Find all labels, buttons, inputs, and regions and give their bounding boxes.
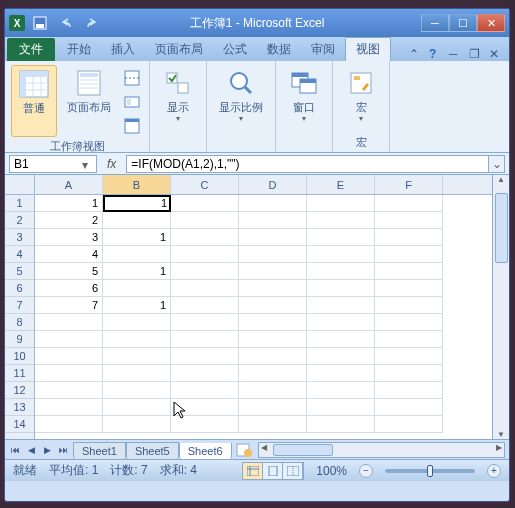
cell[interactable] xyxy=(375,399,443,416)
fx-icon[interactable]: fx xyxy=(107,157,116,171)
cell[interactable] xyxy=(171,365,239,382)
cell[interactable] xyxy=(103,416,171,433)
cell[interactable] xyxy=(35,382,103,399)
cell[interactable] xyxy=(239,263,307,280)
file-tab[interactable]: 文件 xyxy=(7,38,55,61)
cell[interactable] xyxy=(103,382,171,399)
close-button[interactable]: ✕ xyxy=(477,14,505,32)
row-header[interactable]: 13 xyxy=(5,399,34,416)
cell[interactable] xyxy=(171,416,239,433)
cell[interactable] xyxy=(171,263,239,280)
cell[interactable] xyxy=(307,348,375,365)
cell[interactable] xyxy=(171,399,239,416)
row-header[interactable]: 3 xyxy=(5,229,34,246)
cell[interactable] xyxy=(307,246,375,263)
column-header[interactable]: B xyxy=(103,175,171,194)
cell[interactable] xyxy=(375,314,443,331)
tab-home[interactable]: 开始 xyxy=(57,38,101,61)
tab-data[interactable]: 数据 xyxy=(257,38,301,61)
qat-save-icon[interactable] xyxy=(29,12,51,34)
cell[interactable] xyxy=(103,246,171,263)
cell[interactable] xyxy=(307,331,375,348)
cell[interactable] xyxy=(375,263,443,280)
cell[interactable] xyxy=(239,331,307,348)
cell[interactable] xyxy=(239,416,307,433)
cell[interactable] xyxy=(307,314,375,331)
status-view-page[interactable] xyxy=(263,463,283,479)
new-sheet-button[interactable] xyxy=(234,442,254,458)
row-header[interactable]: 6 xyxy=(5,280,34,297)
help-icon[interactable]: ? xyxy=(429,47,443,61)
zoom-out-button[interactable]: − xyxy=(359,464,373,478)
sheet-tab[interactable]: Sheet5 xyxy=(126,442,179,459)
cell[interactable] xyxy=(103,365,171,382)
select-all-corner[interactable] xyxy=(5,175,34,195)
cell[interactable]: 3 xyxy=(35,229,103,246)
row-header[interactable]: 7 xyxy=(5,297,34,314)
vertical-scrollbar[interactable]: ▲ ▼ xyxy=(492,175,509,439)
cell[interactable] xyxy=(35,314,103,331)
cell[interactable] xyxy=(239,212,307,229)
cell[interactable] xyxy=(171,280,239,297)
cell[interactable] xyxy=(103,348,171,365)
cell[interactable] xyxy=(239,348,307,365)
cell[interactable] xyxy=(171,246,239,263)
tab-review[interactable]: 审阅 xyxy=(301,38,345,61)
ribbon-minimize-icon[interactable]: ⌃ xyxy=(409,47,423,61)
cell[interactable] xyxy=(35,331,103,348)
sheet-nav-prev[interactable]: ◀ xyxy=(23,442,39,458)
cell[interactable] xyxy=(375,280,443,297)
cell[interactable]: 4 xyxy=(35,246,103,263)
row-header[interactable]: 8 xyxy=(5,314,34,331)
sheet-tab-active[interactable]: Sheet6 xyxy=(179,443,232,459)
cell[interactable] xyxy=(171,212,239,229)
cell[interactable] xyxy=(375,365,443,382)
horizontal-scroll-thumb[interactable] xyxy=(273,444,333,456)
cell[interactable] xyxy=(239,399,307,416)
row-header[interactable]: 2 xyxy=(5,212,34,229)
column-header[interactable]: D xyxy=(239,175,307,194)
column-header[interactable]: F xyxy=(375,175,443,194)
cell[interactable] xyxy=(239,246,307,263)
cell[interactable] xyxy=(375,195,443,212)
cell[interactable] xyxy=(307,382,375,399)
cell[interactable] xyxy=(103,280,171,297)
cell[interactable] xyxy=(375,246,443,263)
custom-views-button[interactable] xyxy=(121,91,143,113)
cell[interactable] xyxy=(239,365,307,382)
tab-insert[interactable]: 插入 xyxy=(101,38,145,61)
cell[interactable] xyxy=(171,331,239,348)
cell[interactable] xyxy=(307,212,375,229)
cell[interactable] xyxy=(239,195,307,212)
cell[interactable] xyxy=(239,314,307,331)
cell[interactable] xyxy=(307,195,375,212)
cell[interactable]: 5 xyxy=(35,263,103,280)
name-box-dropdown-icon[interactable]: ▾ xyxy=(82,158,94,170)
cell[interactable] xyxy=(375,229,443,246)
sheet-tab[interactable]: Sheet1 xyxy=(73,442,126,459)
row-header[interactable]: 14 xyxy=(5,416,34,433)
status-view-break[interactable] xyxy=(283,463,303,479)
row-header[interactable]: 4 xyxy=(5,246,34,263)
row-header[interactable]: 10 xyxy=(5,348,34,365)
cell[interactable] xyxy=(375,382,443,399)
name-box[interactable]: B1 ▾ xyxy=(9,155,97,173)
sheet-nav-next[interactable]: ▶ xyxy=(39,442,55,458)
horizontal-scrollbar[interactable]: ◀ ▶ xyxy=(258,442,505,458)
mdi-close-icon[interactable]: ✕ xyxy=(489,47,503,61)
cell[interactable] xyxy=(103,331,171,348)
sheet-nav-first[interactable]: ⏮ xyxy=(7,442,23,458)
zoom-in-button[interactable]: + xyxy=(487,464,501,478)
column-header[interactable]: A xyxy=(35,175,103,194)
cell[interactable] xyxy=(171,297,239,314)
cell[interactable] xyxy=(171,229,239,246)
cell[interactable] xyxy=(375,331,443,348)
show-button[interactable]: 显示 ▾ xyxy=(156,65,200,136)
mdi-restore-icon[interactable]: ❐ xyxy=(469,47,483,61)
qat-redo-icon[interactable] xyxy=(81,12,103,34)
cell[interactable] xyxy=(307,297,375,314)
cell[interactable] xyxy=(307,263,375,280)
vertical-scroll-thumb[interactable] xyxy=(495,193,508,263)
row-header[interactable]: 9 xyxy=(5,331,34,348)
cell[interactable] xyxy=(375,297,443,314)
